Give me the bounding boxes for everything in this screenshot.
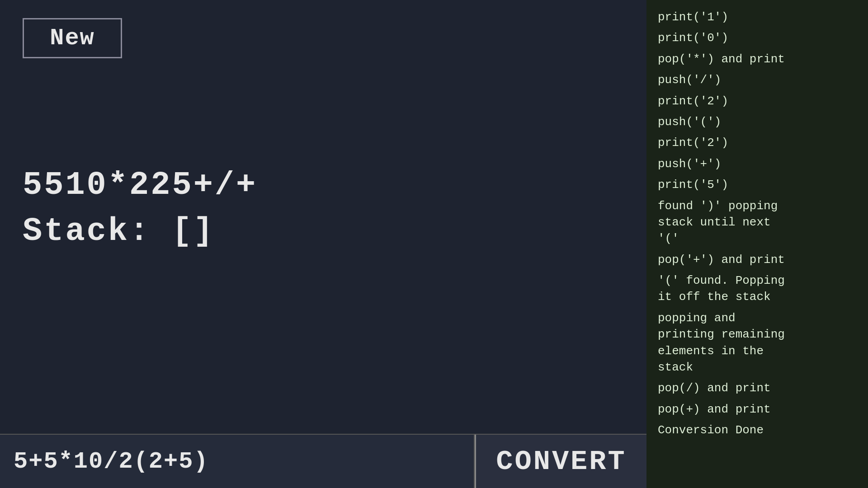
output-expression: 5510*225+/+ — [23, 167, 624, 204]
log-entry: print('2') — [658, 93, 857, 109]
stack-display: Stack: [] — [23, 213, 624, 250]
log-entry: Conversion Done — [658, 422, 857, 438]
log-entry: push('(') — [658, 114, 857, 130]
log-entry: print('1') — [658, 9, 857, 25]
convert-button[interactable]: CONVERT — [475, 435, 646, 488]
log-entry: pop(+) and print — [658, 401, 857, 418]
log-entry: pop(/) and print — [658, 380, 857, 396]
log-panel: print('1')print('0')pop('*') and printpu… — [646, 0, 868, 488]
new-button[interactable]: New — [23, 18, 122, 58]
log-entry: print('0') — [658, 30, 857, 46]
log-entry: pop('+') and print — [658, 252, 857, 268]
main-content: 5510*225+/+ Stack: [] — [23, 167, 624, 250]
log-entry: found ')' popping stack until next '(' — [658, 198, 857, 247]
log-entry: '(' found. Popping it off the stack — [658, 272, 857, 305]
log-entry: push('/') — [658, 72, 857, 88]
bottom-area: CONVERT — [0, 434, 646, 488]
log-entry: print('2') — [658, 135, 857, 151]
left-panel: New 5510*225+/+ Stack: [] CONVERT — [0, 0, 646, 488]
log-entry: popping and printing remaining elements … — [658, 310, 857, 376]
log-entry: pop('*') and print — [658, 51, 857, 67]
expression-input[interactable] — [0, 435, 475, 488]
log-entry: push('+') — [658, 156, 857, 172]
log-entry: print('5') — [658, 177, 857, 193]
